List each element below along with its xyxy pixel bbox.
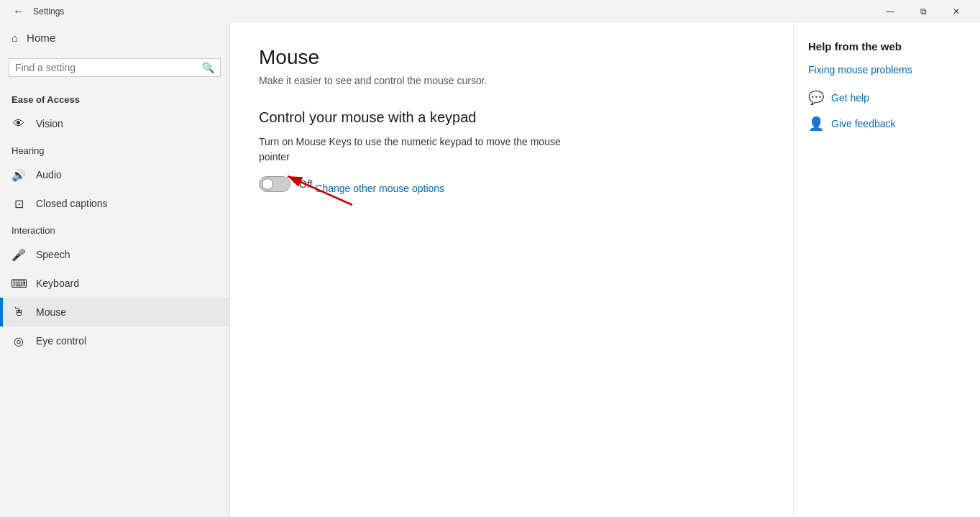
get-help-action[interactable]: 💬 Get help bbox=[808, 90, 966, 106]
help-heading: Help from the web bbox=[808, 40, 966, 52]
sidebar-item-keyboard[interactable]: ⌨ Keyboard bbox=[0, 269, 229, 298]
search-icon: 🔍 bbox=[202, 62, 214, 73]
hearing-section-label: Hearing bbox=[0, 138, 229, 160]
get-help-link[interactable]: Get help bbox=[831, 92, 869, 104]
close-button[interactable]: ✕ bbox=[940, 0, 973, 23]
sidebar-item-home[interactable]: ⌂ Home bbox=[0, 23, 229, 52]
mouse-keys-toggle[interactable] bbox=[259, 176, 290, 192]
eye-control-icon: ◎ bbox=[12, 334, 26, 348]
back-button[interactable]: ← bbox=[7, 0, 30, 23]
get-help-icon: 💬 bbox=[808, 90, 824, 106]
give-feedback-icon: 👤 bbox=[808, 116, 824, 132]
titlebar: ← Settings — ⧉ ✕ bbox=[0, 0, 980, 23]
mouse-icon: 🖱 bbox=[12, 305, 26, 319]
titlebar-title: Settings bbox=[33, 6, 874, 17]
search-input[interactable] bbox=[15, 62, 202, 73]
sidebar-item-speech[interactable]: 🎤 Speech bbox=[0, 240, 229, 269]
speech-icon: 🎤 bbox=[12, 247, 26, 262]
right-panel: Help from the web Fixing mouse problems … bbox=[793, 23, 980, 517]
main-content: Mouse Make it easier to see and control … bbox=[230, 23, 793, 517]
search-box[interactable]: 🔍 bbox=[9, 58, 221, 77]
app-body: ⌂ Home 🔍 Ease of Access 👁 Vision Hearing… bbox=[0, 23, 980, 517]
closed-captions-icon: ⊡ bbox=[12, 196, 26, 211]
sidebar-item-audio[interactable]: 🔊 Audio bbox=[0, 160, 229, 189]
toggle-annotation: Off bbox=[259, 176, 312, 203]
minimize-button[interactable]: — bbox=[874, 0, 907, 23]
page-title: Mouse bbox=[259, 46, 764, 69]
audio-icon: 🔊 bbox=[12, 168, 26, 182]
section-description: Turn on Mouse Keys to use the numeric ke… bbox=[259, 134, 575, 165]
fixing-mouse-problems-link[interactable]: Fixing mouse problems bbox=[808, 64, 966, 76]
sidebar-item-eye-control[interactable]: ◎ Eye control bbox=[0, 326, 229, 355]
change-mouse-options-link[interactable]: Change other mouse options bbox=[315, 183, 444, 194]
toggle-knob bbox=[262, 178, 273, 190]
give-feedback-link[interactable]: Give feedback bbox=[831, 118, 896, 129]
page-subtitle: Make it easier to see and control the mo… bbox=[259, 75, 764, 86]
give-feedback-action[interactable]: 👤 Give feedback bbox=[808, 116, 966, 132]
restore-button[interactable]: ⧉ bbox=[907, 0, 940, 23]
section-label-ease-of-access: Ease of Access bbox=[0, 83, 229, 109]
sidebar-item-vision[interactable]: 👁 Vision bbox=[0, 109, 229, 138]
toggle-row: Off bbox=[259, 176, 312, 192]
toggle-label: Off bbox=[299, 178, 312, 190]
sidebar-item-mouse[interactable]: 🖱 Mouse bbox=[0, 298, 229, 326]
sidebar: ⌂ Home 🔍 Ease of Access 👁 Vision Hearing… bbox=[0, 23, 230, 517]
sidebar-item-closed-captions[interactable]: ⊡ Closed captions bbox=[0, 189, 229, 218]
vision-icon: 👁 bbox=[12, 116, 26, 131]
keyboard-icon: ⌨ bbox=[12, 276, 26, 290]
titlebar-controls: — ⧉ ✕ bbox=[874, 0, 973, 23]
section-heading: Control your mouse with a keypad bbox=[259, 109, 764, 126]
interaction-section-label: Interaction bbox=[0, 218, 229, 240]
home-icon: ⌂ bbox=[12, 32, 18, 44]
